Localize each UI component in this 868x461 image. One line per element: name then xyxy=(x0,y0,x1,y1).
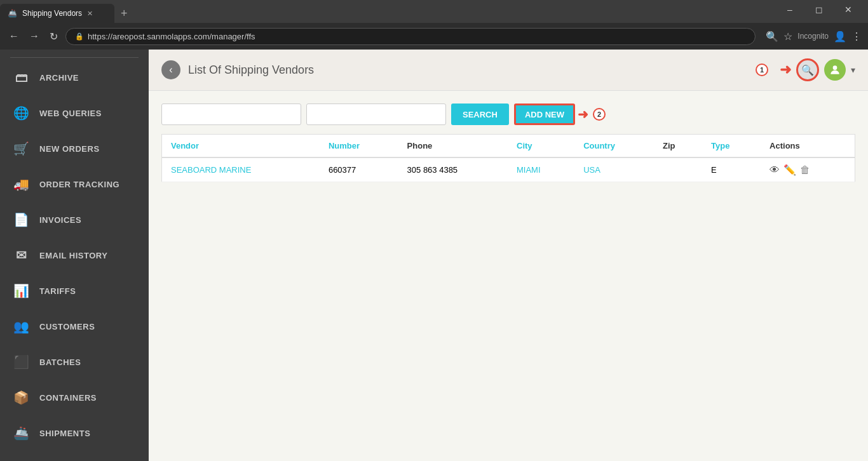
web-queries-icon: 🌐 xyxy=(13,105,31,121)
add-new-button[interactable]: ADD NEW xyxy=(514,104,575,125)
sidebar-item-customers[interactable]: 👥 CUSTOMERS xyxy=(0,309,149,344)
email-history-icon: ✉ xyxy=(13,248,31,263)
col-header-city: City xyxy=(508,135,574,158)
browser-tab[interactable]: 🚢 Shipping Vendors ✕ xyxy=(0,4,114,23)
view-icon[interactable]: 👁 xyxy=(770,164,780,176)
sidebar-label-containers: CONTAINERS xyxy=(39,393,97,403)
vendors-table: Vendor Number Phone City Country Zip Typ… xyxy=(161,134,855,182)
delete-icon[interactable]: 🗑 xyxy=(800,164,810,176)
toolbar-row: SEARCH ADD NEW ➜ 2 xyxy=(161,104,855,125)
sidebar: 🗃 ARCHIVE 🌐 WEB QUERIES 🛒 NEW ORDERS 🚚 O… xyxy=(0,50,149,461)
archive-icon: 🗃 xyxy=(13,70,31,85)
lock-icon: 🔒 xyxy=(75,32,84,41)
sidebar-label-batches: BATCHES xyxy=(39,357,81,367)
cell-number: 660377 xyxy=(320,157,398,182)
sidebar-item-order-tracking[interactable]: 🚚 ORDER TRACKING xyxy=(0,166,149,202)
sidebar-label-email-history: EMAIL HISTORY xyxy=(39,251,107,260)
col-header-type: Type xyxy=(702,135,761,158)
cell-phone: 305 863 4385 xyxy=(398,157,508,182)
col-header-zip: Zip xyxy=(654,135,702,158)
tariffs-icon: 📊 xyxy=(13,283,31,298)
new-orders-icon: 🛒 xyxy=(13,141,31,156)
cell-country: USA xyxy=(574,157,654,182)
edit-icon[interactable]: ✏️ xyxy=(783,164,796,176)
bookmark-icon[interactable]: ☆ xyxy=(783,30,792,43)
sidebar-item-batches[interactable]: ⬛ BATCHES xyxy=(0,344,149,380)
vendor-link[interactable]: SEABOARD MARINE xyxy=(171,165,251,175)
sidebar-label-order-tracking: ORDER TRACKING xyxy=(39,180,119,189)
search-button[interactable]: 🔍 xyxy=(796,58,819,81)
invoices-icon: 📄 xyxy=(13,212,31,227)
search-button-main[interactable]: SEARCH xyxy=(451,104,509,125)
back-button[interactable]: ‹ xyxy=(161,60,180,79)
sidebar-label-archive: ARCHIVE xyxy=(39,73,79,83)
sidebar-item-tariffs[interactable]: 📊 TARIFFS xyxy=(0,273,149,309)
shipments-icon: 🚢 xyxy=(13,425,31,441)
sidebar-item-containers[interactable]: 📦 CONTAINERS xyxy=(0,380,149,415)
col-header-country: Country xyxy=(574,135,654,158)
reload-button[interactable]: ↻ xyxy=(47,28,60,45)
maximize-button[interactable]: ◻ xyxy=(804,0,834,19)
col-header-actions: Actions xyxy=(761,135,855,158)
customers-icon: 👥 xyxy=(13,319,31,334)
content-area: SEARCH ADD NEW ➜ 2 Vendor Number Phone C… xyxy=(149,91,868,195)
batches-icon: ⬛ xyxy=(13,354,31,370)
sidebar-label-web-queries: WEB QUERIES xyxy=(39,109,102,118)
order-tracking-icon: 🚚 xyxy=(13,177,31,192)
sidebar-label-shipments: SHIPMENTS xyxy=(39,429,90,438)
tab-title: Shipping Vendors xyxy=(22,9,82,18)
profile-icon[interactable]: 👤 xyxy=(834,30,846,43)
annotation-badge-1: 1 xyxy=(756,63,768,76)
menu-icon[interactable]: ⋮ xyxy=(851,30,862,43)
tab-favicon: 🚢 xyxy=(8,9,17,18)
annotation-arrow-2: ➜ xyxy=(578,107,588,122)
url-text: https://areopost.sanmolapps.com/manager/… xyxy=(88,32,255,41)
user-avatar[interactable] xyxy=(824,59,846,81)
sidebar-label-tariffs: TARIFFS xyxy=(39,286,76,296)
sidebar-item-email-history[interactable]: ✉ EMAIL HISTORY xyxy=(0,237,149,273)
back-nav-button[interactable]: ← xyxy=(6,28,22,44)
page-title: List Of Shipping Vendors xyxy=(188,63,314,77)
sidebar-item-shipments[interactable]: 🚢 SHIPMENTS xyxy=(0,415,149,451)
browser-search-icon[interactable]: 🔍 xyxy=(766,30,778,43)
annotation-badge-2: 2 xyxy=(593,108,606,121)
cell-zip xyxy=(654,157,702,182)
sidebar-item-archive[interactable]: 🗃 ARCHIVE xyxy=(0,60,149,95)
containers-icon: 📦 xyxy=(13,390,31,405)
search-input-2[interactable] xyxy=(306,104,446,125)
main-content: ‹ List Of Shipping Vendors ➜ 1 🔍 ▾ xyxy=(149,50,868,461)
sidebar-item-web-queries[interactable]: 🌐 WEB QUERIES xyxy=(0,95,149,131)
col-header-vendor: Vendor xyxy=(162,135,320,158)
sidebar-item-invoices[interactable]: 📄 INVOICES xyxy=(0,202,149,237)
col-header-phone: Phone xyxy=(398,135,508,158)
table-header-row: Vendor Number Phone City Country Zip Typ… xyxy=(162,135,855,158)
col-header-number: Number xyxy=(320,135,398,158)
sidebar-label-customers: CUSTOMERS xyxy=(39,322,95,331)
tab-close-icon[interactable]: ✕ xyxy=(87,10,93,18)
address-bar[interactable]: 🔒 https://areopost.sanmolapps.com/manage… xyxy=(65,28,756,45)
search-input-1[interactable] xyxy=(161,104,301,125)
page-header: ‹ List Of Shipping Vendors ➜ 1 🔍 ▾ xyxy=(149,50,868,91)
dropdown-chevron[interactable]: ▾ xyxy=(851,65,855,75)
cell-vendor: SEABOARD MARINE xyxy=(162,157,320,182)
close-button[interactable]: ✕ xyxy=(834,0,863,19)
sidebar-label-invoices: INVOICES xyxy=(39,215,81,225)
annotation-arrow-1: ➜ xyxy=(780,62,791,78)
minimize-button[interactable]: – xyxy=(775,0,804,19)
cell-actions: 👁 ✏️ 🗑 xyxy=(761,157,855,182)
table-row: SEABOARD MARINE 660377 305 863 4385 MIAM… xyxy=(162,157,855,182)
cell-type: E xyxy=(702,157,761,182)
cell-city: MIAMI xyxy=(508,157,574,182)
svg-point-0 xyxy=(833,65,837,70)
new-tab-button[interactable]: + xyxy=(114,7,134,20)
sidebar-item-new-orders[interactable]: 🛒 NEW ORDERS xyxy=(0,131,149,166)
incognito-label: Incognito xyxy=(797,32,829,41)
forward-nav-button[interactable]: → xyxy=(27,28,42,44)
sidebar-label-new-orders: NEW ORDERS xyxy=(39,144,100,154)
